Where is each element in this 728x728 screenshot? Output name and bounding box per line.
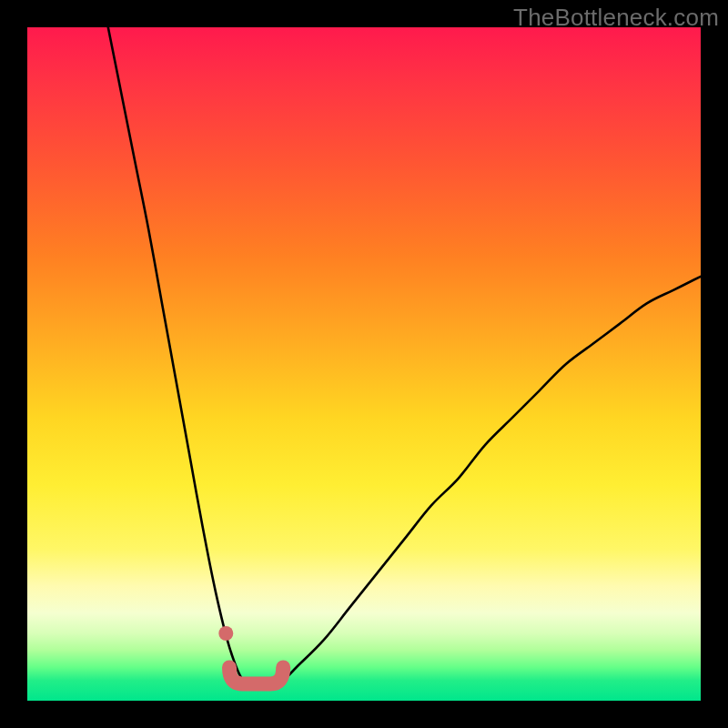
marker-dot: [218, 626, 233, 641]
chart-frame: TheBottleneck.com: [0, 0, 728, 728]
watermark-text: TheBottleneck.com: [513, 4, 719, 32]
bottleneck-curve: [108, 27, 701, 688]
curve-layer: [27, 27, 701, 701]
plot-area: [27, 27, 701, 701]
